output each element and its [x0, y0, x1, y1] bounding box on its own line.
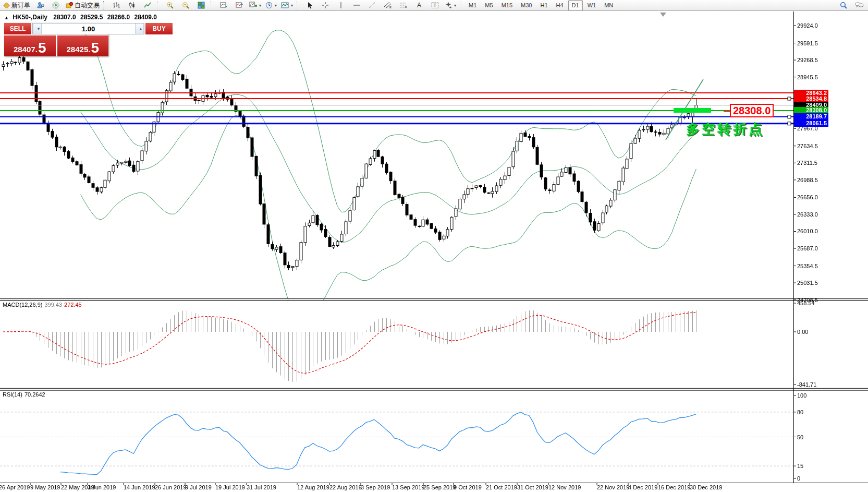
sell-button[interactable]: SELL — [4, 23, 31, 34]
svg-text:E: E — [389, 6, 392, 9]
price-tick: 25354.5 — [797, 263, 818, 269]
volume-down-button[interactable]: ▼ — [33, 23, 42, 34]
zoom-in-button[interactable] — [162, 0, 178, 11]
date-tick: 9 Jul 2019 — [185, 484, 212, 490]
cursor-tool-button[interactable] — [302, 0, 317, 11]
date-tick: 12 Aug 2019 — [297, 484, 329, 490]
autotrading-label: 自动交易 — [75, 1, 100, 10]
indicator-list-icon — [236, 2, 243, 9]
highlight-rectangle[interactable] — [674, 108, 711, 113]
timeframe-M15[interactable]: M15 — [498, 0, 516, 11]
timeframe-M5[interactable]: M5 — [481, 0, 496, 11]
collapse-icon[interactable]: ▲ — [4, 15, 9, 20]
period-clock-button[interactable]: ▾ — [263, 0, 279, 11]
template-button[interactable]: ▾ — [279, 0, 295, 11]
text-a-icon: A — [417, 2, 421, 9]
new-order-label: 新订单 — [11, 1, 30, 10]
zoom-in-icon — [166, 2, 174, 9]
price-tick: 29591.5 — [797, 40, 818, 46]
zoom-out-button[interactable] — [178, 0, 193, 11]
candlestick-icon — [128, 2, 136, 9]
clock-icon — [265, 2, 273, 9]
buy-button[interactable]: BUY — [145, 23, 173, 34]
date-tick: 3 Sep 2019 — [361, 484, 390, 490]
crosshair-tool-button[interactable] — [317, 0, 333, 11]
price-callout-label[interactable]: 28308.0 — [730, 104, 774, 117]
toolbar-separator — [460, 1, 463, 9]
date-tick: 3 Jun 2019 — [88, 484, 116, 490]
indicator-list-button[interactable] — [231, 0, 247, 11]
horizontal-line-tool-button[interactable] — [349, 0, 364, 11]
svg-text:F: F — [405, 6, 407, 9]
price-axis[interactable]: 29924.029591.529268.528945.527967.027634… — [793, 0, 868, 492]
date-tick: 9 Oct 2019 — [454, 484, 482, 490]
rsi-tick: 50 — [797, 434, 803, 440]
timeframe-H1[interactable]: H1 — [536, 0, 551, 11]
date-tick: 4 Dec 2019 — [628, 484, 657, 490]
person-pc-icon — [36, 2, 44, 9]
chart-canvas[interactable] — [0, 0, 868, 492]
metaeditor-button[interactable] — [32, 0, 48, 11]
volume-input[interactable] — [42, 23, 135, 34]
turning-point-annotation[interactable]: 多空转折点 — [686, 120, 764, 138]
price-tag: 28061.5 — [794, 120, 828, 127]
add-indicator-icon — [249, 2, 257, 9]
chart-shift-icon[interactable] — [660, 13, 666, 17]
vertical-line-tool-button[interactable] — [333, 0, 349, 11]
macd-tick: 0.00 — [797, 329, 808, 335]
text-tool-button[interactable]: A — [411, 0, 427, 11]
text-label-tool-button[interactable]: T — [427, 0, 443, 11]
timeframe-H4[interactable]: H4 — [553, 0, 567, 11]
one-click-trading-panel: SELL ▼ ▲ BUY 28407. 5 28425. 5 — [4, 23, 108, 56]
date-tick: 30 Dec 2019 — [690, 484, 722, 490]
volume-up-button[interactable]: ▲ — [135, 23, 144, 34]
price-tick: 27634.5 — [797, 143, 818, 149]
date-tick: 22 Aug 2019 — [329, 484, 362, 490]
candlestick-mode-button[interactable] — [124, 0, 140, 11]
svg-text:T: T — [433, 3, 436, 8]
bid-price[interactable]: 28407. 5 — [4, 35, 56, 56]
bar-chart-mode-button[interactable] — [108, 0, 124, 11]
indicator-window-button[interactable] — [216, 0, 231, 11]
indicator-window-icon — [220, 2, 228, 9]
bid-price-pip: 5 — [38, 41, 46, 55]
timeframe-D1[interactable]: D1 — [568, 0, 583, 11]
symbol-name: HK50-,Daily — [13, 14, 47, 21]
new-order-button[interactable]: 新订单 — [1, 0, 32, 11]
zoom-out-icon — [182, 2, 190, 9]
date-tick: 25 Sep 2019 — [423, 484, 456, 490]
ask-price[interactable]: 28425. 5 — [57, 35, 109, 56]
timeframe-M1[interactable]: M1 — [465, 0, 480, 11]
chat-button[interactable] — [851, 0, 867, 11]
timeframe-W1[interactable]: W1 — [584, 0, 600, 11]
rsi-label: RSI(14)70.2642 — [3, 391, 45, 398]
search-button[interactable] — [836, 0, 851, 11]
date-tick: 31 Oct 2019 — [517, 484, 548, 490]
dropdown-caret-icon: ▾ — [259, 3, 261, 8]
ohlc-low: 28266.0 — [107, 14, 130, 21]
fibonacci-tool-button[interactable]: F — [396, 0, 411, 11]
price-tick: 25687.0 — [797, 245, 818, 251]
timeframe-M30[interactable]: M30 — [517, 0, 535, 11]
macd-tick: -841.71 — [797, 381, 816, 388]
price-tick: 26656.0 — [797, 194, 818, 200]
timeframe-MN[interactable]: MN — [601, 0, 617, 11]
dropdown-caret-icon: ▾ — [275, 3, 277, 8]
arrows-tool-button[interactable]: ▾ — [443, 0, 458, 11]
line-chart-mode-button[interactable] — [140, 0, 155, 11]
tile-windows-button[interactable] — [193, 0, 209, 11]
add-indicator-button[interactable]: ▾ — [247, 0, 263, 11]
price-tick: 29924.0 — [797, 22, 818, 29]
equidistant-channel-tool-button[interactable]: E — [380, 0, 396, 11]
autotrading-button[interactable]: 自动交易 — [64, 0, 102, 11]
toolbar: 新订单 自动交易 — [0, 0, 868, 11]
toolbar-separator — [103, 1, 107, 9]
price-tick: 28945.5 — [797, 74, 818, 80]
time-axis[interactable]: 26 Apr 20199 May 201922 May 20193 Jun 20… — [0, 484, 868, 492]
signals-button[interactable] — [48, 0, 64, 11]
rsi-tick: 100 — [797, 392, 806, 399]
rsi-tick: 80 — [797, 409, 803, 415]
rsi-name: RSI(14) — [3, 391, 22, 398]
text-label-icon: T — [431, 2, 439, 9]
trendline-tool-button[interactable] — [364, 0, 380, 11]
